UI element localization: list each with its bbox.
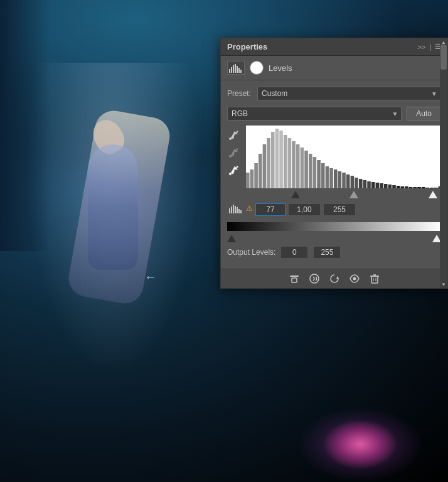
panel-scrollbar[interactable]: ▲ ▼: [440, 38, 447, 288]
svg-rect-36: [355, 178, 358, 188]
panel-content: Preset: Custom Default Darker Increase C…: [221, 80, 447, 269]
svg-rect-2: [233, 65, 234, 73]
svg-rect-6: [240, 70, 242, 73]
reset-to-defaults-icon[interactable]: [329, 273, 340, 284]
svg-rect-18: [279, 131, 283, 188]
svg-rect-38: [363, 180, 367, 188]
clip-to-layer-icon[interactable]: [289, 273, 300, 284]
svg-rect-22: [296, 144, 300, 188]
svg-rect-1: [231, 67, 232, 73]
svg-rect-43: [384, 184, 388, 188]
layer-type-bar: Levels: [221, 56, 447, 80]
preset-row: Preset: Custom Default Darker Increase C…: [227, 87, 441, 100]
scrollbar-thumb[interactable]: [440, 45, 447, 70]
output-gradient-bar: [227, 222, 441, 231]
svg-point-9: [229, 173, 232, 175]
levels-adjust-icon[interactable]: [227, 202, 243, 215]
svg-rect-0: [229, 69, 230, 73]
output-black-value[interactable]: [280, 246, 308, 259]
bg-lotus: [323, 419, 398, 469]
panel-expand-icon[interactable]: >>: [417, 43, 425, 51]
svg-rect-37: [359, 179, 363, 188]
input-black-slider[interactable]: [291, 191, 300, 198]
input-midtone-slider[interactable]: [349, 191, 358, 198]
svg-rect-30: [329, 168, 333, 188]
svg-point-7: [229, 137, 232, 140]
svg-rect-42: [380, 183, 383, 188]
output-levels-row: Output Levels:: [227, 246, 441, 259]
histogram-box: [246, 126, 441, 188]
input-white-slider[interactable]: [429, 191, 437, 198]
output-levels-label: Output Levels:: [227, 248, 275, 257]
svg-rect-17: [275, 129, 279, 188]
svg-rect-4: [237, 66, 238, 73]
svg-marker-66: [336, 276, 339, 279]
layer-type-label: Levels: [269, 63, 292, 73]
panel-header-icons: >> | ☰: [417, 43, 441, 51]
svg-rect-61: [237, 207, 238, 213]
svg-rect-59: [233, 205, 234, 213]
output-black-slider[interactable]: [227, 235, 236, 242]
preset-select[interactable]: Custom Default Darker Increase Contrast …: [257, 87, 441, 100]
svg-rect-64: [290, 276, 299, 277]
input-white-value[interactable]: [323, 203, 356, 216]
channel-select-wrapper: RGB Red Green Blue ▼: [227, 107, 402, 120]
svg-rect-28: [321, 163, 325, 188]
sample-gray-point-tool[interactable]: [227, 146, 241, 159]
panel-header: Properties >> | ☰: [221, 38, 447, 56]
svg-rect-32: [338, 171, 342, 188]
svg-rect-39: [367, 181, 371, 188]
svg-rect-20: [288, 138, 292, 188]
sample-black-point-tool[interactable]: [227, 128, 241, 142]
svg-rect-58: [231, 206, 232, 213]
view-previous-icon[interactable]: [309, 273, 320, 284]
input-black-value[interactable]: [255, 203, 285, 216]
warning-icon[interactable]: ⚠: [246, 204, 253, 213]
preset-select-wrapper: Custom Default Darker Increase Contrast …: [257, 87, 441, 100]
svg-rect-10: [246, 173, 250, 188]
channel-select[interactable]: RGB Red Green Blue: [227, 107, 402, 120]
preset-label: Preset:: [227, 89, 252, 98]
auto-button[interactable]: Auto: [407, 107, 441, 120]
histogram-section: [246, 126, 441, 201]
scrollbar-arrow-down[interactable]: ▼: [440, 281, 447, 288]
svg-rect-31: [334, 169, 338, 188]
svg-rect-41: [376, 183, 380, 188]
layer-mask-icon[interactable]: [250, 61, 264, 75]
svg-rect-40: [371, 182, 375, 188]
svg-rect-23: [301, 147, 304, 188]
bg-arrow: ←: [144, 270, 157, 284]
svg-rect-57: [229, 208, 230, 213]
figure-body: [88, 144, 138, 270]
svg-point-67: [353, 277, 356, 281]
levels-histogram-icon[interactable]: [227, 61, 245, 75]
svg-rect-60: [235, 206, 236, 213]
svg-rect-12: [254, 163, 258, 188]
properties-panel: Properties >> | ☰ Levels Preset:: [220, 38, 448, 289]
svg-rect-26: [313, 157, 317, 188]
svg-rect-15: [267, 138, 270, 188]
svg-rect-19: [284, 135, 287, 188]
toggle-visibility-icon[interactable]: [349, 273, 360, 284]
svg-rect-63: [240, 210, 242, 213]
panel-footer: [221, 269, 447, 288]
bg-figure: [38, 94, 188, 377]
delete-layer-icon[interactable]: [369, 273, 380, 284]
channel-row: RGB Red Green Blue ▼ Auto: [227, 107, 441, 120]
svg-rect-33: [342, 173, 346, 188]
output-slider-row: [227, 232, 441, 242]
output-white-value[interactable]: [313, 246, 341, 259]
svg-rect-68: [371, 276, 378, 283]
svg-rect-16: [271, 132, 275, 188]
input-midtone-value[interactable]: [288, 203, 321, 216]
sample-white-point-tool[interactable]: [227, 163, 241, 177]
svg-rect-65: [292, 278, 297, 282]
svg-rect-29: [326, 166, 329, 188]
svg-rect-35: [351, 176, 355, 188]
input-slider-row: [246, 188, 441, 198]
panel-divider: |: [429, 43, 431, 51]
tools-column: [227, 126, 241, 177]
svg-rect-5: [238, 68, 240, 73]
panel-title: Properties: [227, 42, 267, 51]
svg-rect-3: [235, 64, 236, 73]
